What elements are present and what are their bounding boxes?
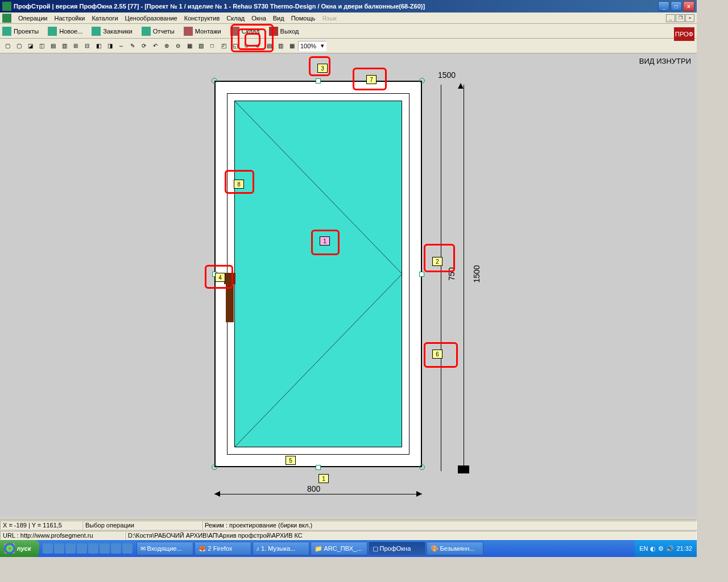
close-button[interactable]: ×: [683, 1, 694, 11]
mid-right[interactable]: [419, 272, 424, 277]
corner-br[interactable]: [419, 464, 425, 470]
menu-lang[interactable]: Язык: [318, 14, 340, 23]
menu-settings[interactable]: Настройки: [51, 14, 88, 23]
menu-pricing[interactable]: Ценообразование: [122, 14, 181, 23]
maximize-button[interactable]: □: [671, 1, 682, 11]
tool-14[interactable]: ↶: [150, 41, 160, 51]
canvas[interactable]: ВИД ИЗНУТРИ 5 1500 1500 750 800 3 7 8 1 …: [0, 53, 697, 516]
mdi-close[interactable]: ×: [685, 14, 694, 22]
zoom-select[interactable]: 100%▾: [298, 41, 326, 51]
tb-exit[interactable]: Выход: [280, 28, 299, 35]
tool-3[interactable]: ◪: [25, 41, 35, 51]
ql-8[interactable]: [122, 543, 133, 554]
arrow-end-icon: [458, 465, 469, 473]
anno-1: [311, 230, 340, 255]
tool-25[interactable]: ▥: [275, 41, 286, 51]
tool-16[interactable]: ⊖: [173, 41, 183, 51]
vendor-logo: ПРОФ: [674, 27, 694, 41]
tool-1[interactable]: ▢: [2, 41, 13, 51]
corner-tl[interactable]: [212, 78, 217, 84]
start-button[interactable]: пуск: [0, 540, 39, 557]
tool-11[interactable]: ↔: [116, 41, 126, 51]
arrow-right-icon: [416, 491, 422, 497]
dim-top-text: 1500: [438, 70, 456, 80]
anno-7: [353, 68, 387, 90]
tool-18[interactable]: ▧: [196, 41, 206, 51]
tool-2[interactable]: ▢: [14, 41, 24, 51]
menu-construct[interactable]: Конструктив: [181, 14, 224, 23]
mdi-minimize[interactable]: _: [666, 14, 675, 22]
tool-5[interactable]: ▤: [48, 41, 58, 51]
corner-tr[interactable]: [419, 78, 425, 84]
ql-1[interactable]: [43, 543, 53, 554]
tray-icon-2[interactable]: ⚙: [658, 545, 664, 552]
glass-pane[interactable]: [234, 101, 402, 447]
menu-operations[interactable]: Операции: [15, 14, 51, 23]
task-firefox[interactable]: 🦊2 Firefox: [195, 542, 251, 555]
ql-3[interactable]: [65, 543, 76, 554]
toolbar-main: Проекты Новое... Заказчики Отчеты Монтаж…: [0, 24, 697, 39]
arrow-up-icon: [458, 83, 464, 89]
app-icon: [2, 2, 11, 11]
dim-right-text: 1500: [472, 265, 481, 282]
ql-7[interactable]: [111, 543, 121, 554]
tool-13[interactable]: ⟳: [139, 41, 149, 51]
mid-bottom[interactable]: [316, 465, 321, 470]
tool-4[interactable]: ◫: [36, 41, 47, 51]
tool-12[interactable]: ✎: [127, 41, 138, 51]
corner-bl[interactable]: [212, 464, 217, 470]
menu-catalogs[interactable]: Каталоги: [88, 14, 121, 23]
taskbar: пуск ✉Входящие... 🦊2 Firefox ♪1. Музыка.…: [0, 540, 697, 557]
tool-19[interactable]: □: [207, 41, 217, 51]
menu-warehouse[interactable]: Склад: [223, 14, 248, 23]
tb-projects[interactable]: Проекты: [14, 28, 39, 35]
tag-5[interactable]: 5: [286, 456, 296, 465]
anno-8: [225, 170, 254, 194]
tool-6[interactable]: ▥: [59, 41, 69, 51]
tool-7[interactable]: ⊞: [71, 41, 81, 51]
tray-icon-1[interactable]: ◐: [650, 545, 656, 552]
reports-icon: [142, 27, 151, 36]
tb-installs[interactable]: Монтажи: [195, 28, 221, 35]
task-paint[interactable]: 🎨Безымянн...: [427, 542, 483, 555]
ql-6[interactable]: [100, 543, 110, 554]
tool-10[interactable]: ◨: [105, 41, 115, 51]
view-label: ВИД ИЗНУТРИ: [639, 57, 691, 65]
dim-bottom-text: 800: [307, 484, 320, 493]
tb-new[interactable]: Новое...: [59, 28, 82, 35]
statusbar-2: URL : http://www.profsegment.ru D:\Костя…: [0, 530, 697, 540]
ql-5[interactable]: [88, 543, 98, 554]
tool-17[interactable]: ▦: [184, 41, 195, 51]
tool-26[interactable]: ▦: [287, 41, 297, 51]
customers-icon: [92, 27, 101, 36]
tray-icon-3[interactable]: 🔊: [666, 545, 674, 552]
lang-indicator[interactable]: EN: [639, 545, 648, 552]
task-music[interactable]: ♪1. Музыка...: [253, 542, 309, 555]
tool-8[interactable]: ⊟: [82, 41, 92, 51]
menu-help[interactable]: Помощь: [288, 14, 319, 23]
tool-15[interactable]: ⊕: [162, 41, 172, 51]
minimize-button[interactable]: _: [658, 1, 669, 11]
menu-view[interactable]: Вид: [270, 14, 288, 23]
task-folder[interactable]: 📁ARC_ПВХ_...: [311, 542, 367, 555]
tb-customers[interactable]: Заказчики: [103, 28, 132, 35]
system-tray[interactable]: EN ◐ ⚙ 🔊 21:32: [635, 540, 697, 557]
ql-4[interactable]: [77, 543, 87, 554]
status-coords: X = -189 | Y = 1161,5: [0, 521, 82, 530]
status-op: Выбор операции: [82, 521, 202, 530]
clock[interactable]: 21:32: [676, 545, 692, 552]
mid-top[interactable]: [316, 78, 321, 84]
tool-20[interactable]: ◰: [218, 41, 229, 51]
anno-toolbar-inner: [245, 33, 260, 47]
mdi-restore[interactable]: ❐: [676, 14, 685, 22]
tool-9[interactable]: ◧: [93, 41, 104, 51]
anno-2: [424, 244, 455, 272]
windows-icon: [5, 543, 15, 554]
tb-reports[interactable]: Отчеты: [153, 28, 175, 35]
task-profokna[interactable]: ▢ПрофОкна: [369, 542, 425, 555]
menu-windows[interactable]: Окна: [248, 14, 270, 23]
ql-2[interactable]: [54, 543, 64, 554]
status-path: D:\Костя\РАБОЧИЙ АРХИВ\АП\Архив профстро…: [125, 531, 697, 540]
tag-bottom-1[interactable]: 1: [318, 474, 329, 483]
task-inbox[interactable]: ✉Входящие...: [136, 542, 193, 555]
